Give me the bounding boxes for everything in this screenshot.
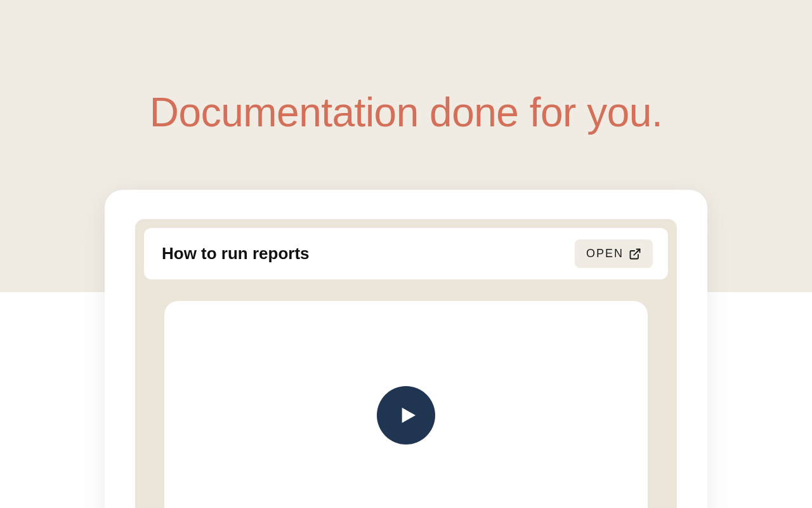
card-inner: How to run reports OPEN (135, 219, 677, 508)
doc-header: How to run reports OPEN (144, 228, 668, 279)
svg-line-0 (634, 249, 639, 255)
open-button[interactable]: OPEN (575, 239, 653, 268)
hero-title: Documentation done for you. (0, 89, 812, 136)
video-area (164, 301, 648, 508)
doc-card: How to run reports OPEN (105, 190, 707, 508)
play-icon (398, 405, 418, 425)
svg-marker-1 (402, 408, 416, 423)
doc-title: How to run reports (162, 244, 310, 264)
play-button[interactable] (377, 386, 435, 444)
open-button-label: OPEN (586, 247, 624, 260)
external-link-icon (629, 248, 641, 260)
